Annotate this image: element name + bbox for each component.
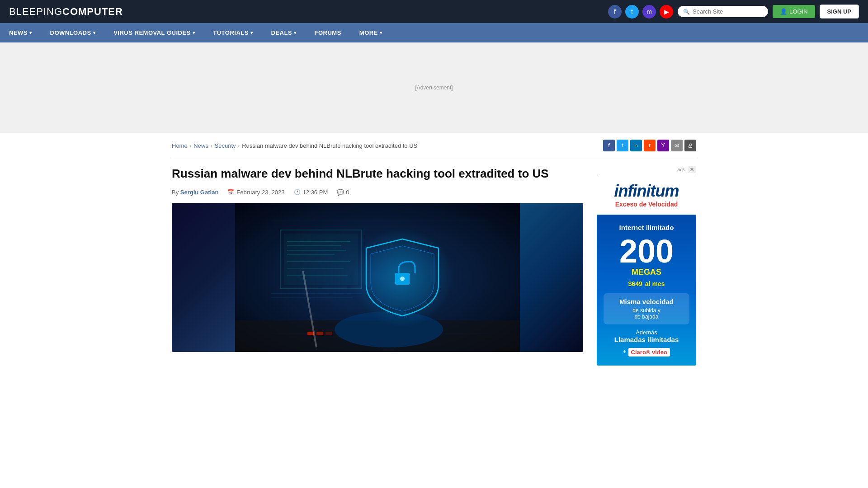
breadcrumb-sep-1: ›	[190, 143, 192, 148]
comment-icon: 💬	[337, 189, 344, 196]
nav-downloads-label: DOWNLOADS	[50, 29, 91, 36]
article-column: Russian malware dev behind NLBrute hacki…	[172, 166, 583, 366]
mastodon-icon[interactable]: m	[642, 5, 656, 19]
ad-placeholder-text: [Advertisement]	[415, 84, 453, 91]
login-label: LOGIN	[789, 8, 807, 15]
ad-speed-desc1: de subida y	[608, 307, 685, 314]
article-image	[172, 203, 583, 352]
breadcrumb-sep-3: ›	[238, 143, 240, 148]
content-wrapper: Home › News › Security › Russian malware…	[163, 133, 705, 372]
ad-speed-box: Misma velocidad de subida y de bajada	[604, 293, 689, 324]
nav-news-label: NEWS	[9, 29, 28, 36]
sidebar-ad: infinitum Exceso de Velocidad Internet i…	[597, 175, 696, 366]
nav-item-forums[interactable]: FORUMS	[306, 23, 350, 42]
nav-more-label: MORE	[359, 29, 378, 36]
nav-news-caret: ▾	[29, 30, 32, 35]
nav-item-downloads[interactable]: DOWNLOADS ▾	[41, 23, 105, 42]
breadcrumb-current: Russian malware dev behind NLBrute hacki…	[242, 142, 417, 149]
date-text: February 23, 2023	[236, 189, 284, 196]
ad-close-button[interactable]: ✕	[688, 166, 696, 173]
cyber-image-svg	[235, 203, 520, 352]
nav-item-tutorials[interactable]: TUTORIALS ▾	[204, 23, 262, 42]
share-print[interactable]: 🖨	[684, 140, 696, 151]
ad-price-value: $649	[628, 280, 642, 287]
claro-badge: Claro® video	[628, 348, 670, 357]
facebook-icon[interactable]: f	[608, 5, 622, 19]
ad-speed-unit: MEGAS	[604, 267, 689, 277]
breadcrumb-security[interactable]: Security	[215, 142, 236, 149]
ad-top-section: infinitum Exceso de Velocidad	[597, 175, 696, 215]
article-by: By Sergiu Gatlan	[172, 189, 218, 196]
article-title: Russian malware dev behind NLBrute hacki…	[172, 166, 583, 182]
nav-deals-caret: ▾	[294, 30, 297, 35]
nav-more-caret: ▾	[380, 30, 382, 35]
main-layout: Russian malware dev behind NLBrute hacki…	[172, 166, 696, 366]
article-meta: By Sergiu Gatlan 📅 February 23, 2023 🕐 1…	[172, 189, 583, 196]
svg-point-14	[353, 228, 452, 327]
share-facebook[interactable]: f	[603, 140, 615, 151]
logo-bold: COMPUTER	[62, 6, 123, 17]
ad-brand: infinitum	[604, 182, 689, 201]
social-icons: f t m ▶	[608, 5, 673, 19]
ad-price: $649 al mes	[604, 277, 689, 289]
search-input[interactable]	[693, 8, 763, 15]
svg-rect-16	[316, 332, 323, 335]
top-ad-banner: [Advertisement]	[0, 42, 868, 133]
ad-price-period: al mes	[645, 280, 665, 287]
share-twitter[interactable]: t	[617, 140, 628, 151]
ad-calls-section: Además Llamadas ilimitadas + Claro® vide…	[604, 329, 689, 357]
site-header: BLEEPINGCOMPUTER f t m ▶ 🔍 👤 LOGIN SIGN …	[0, 0, 868, 23]
ad-bottom-section: Internet ilimitado 200 MEGAS $649 al mes…	[597, 215, 696, 366]
share-reddit[interactable]: r	[644, 140, 656, 151]
ad-calls-text: Llamadas ilimitadas	[604, 336, 689, 343]
search-icon: 🔍	[683, 9, 690, 15]
ad-plus: +	[623, 348, 627, 355]
breadcrumb-sep-2: ›	[211, 143, 212, 148]
share-linkedin[interactable]: in	[630, 140, 642, 151]
by-label: By	[172, 189, 179, 196]
sidebar-column: ads ✕ infinitum Exceso de Velocidad Inte…	[597, 166, 696, 366]
ad-calls-strong: Llamadas ilimitadas	[614, 336, 679, 343]
share-icons: f t in r Y ✉ 🖨	[603, 140, 696, 151]
nav-item-deals[interactable]: DEALS ▾	[262, 23, 305, 42]
main-nav: NEWS ▾ DOWNLOADS ▾ VIRUS REMOVAL GUIDES …	[0, 23, 868, 42]
nav-tutorials-label: TUTORIALS	[213, 29, 249, 36]
article-time: 🕐 12:36 PM	[294, 189, 328, 196]
nav-tutorials-caret: ▾	[250, 30, 253, 35]
nav-item-news[interactable]: NEWS ▾	[0, 23, 41, 42]
youtube-icon[interactable]: ▶	[660, 5, 673, 19]
nav-item-virus[interactable]: VIRUS REMOVAL GUIDES ▾	[104, 23, 204, 42]
ad-ademas: Además	[604, 329, 689, 336]
breadcrumb: Home › News › Security › Russian malware…	[172, 142, 417, 149]
login-icon: 👤	[780, 8, 787, 15]
nav-virus-caret: ▾	[193, 30, 195, 35]
signup-button[interactable]: SIGN UP	[820, 5, 859, 19]
svg-rect-17	[326, 332, 332, 335]
logo-regular: BLEEPING	[9, 6, 62, 17]
search-box: 🔍	[678, 6, 768, 17]
nav-deals-label: DEALS	[271, 29, 292, 36]
nav-forums-label: FORUMS	[315, 29, 341, 36]
article-date: 📅 February 23, 2023	[227, 189, 284, 196]
calendar-icon: 📅	[227, 189, 234, 195]
login-button[interactable]: 👤 LOGIN	[773, 5, 815, 18]
breadcrumb-news[interactable]: News	[193, 142, 208, 149]
comment-count: 0	[346, 189, 349, 196]
ad-plus-claro: + Claro® video	[604, 346, 689, 357]
article-comments[interactable]: 💬 0	[337, 189, 349, 196]
ad-tagline: Exceso de Velocidad	[604, 201, 689, 208]
ad-speed-title: Misma velocidad	[608, 298, 685, 305]
breadcrumb-row: Home › News › Security › Russian malware…	[172, 140, 696, 157]
ad-speed-number: 200	[604, 235, 689, 267]
nav-downloads-caret: ▾	[93, 30, 96, 35]
share-yahoo[interactable]: Y	[657, 140, 669, 151]
twitter-icon[interactable]: t	[625, 5, 639, 19]
author-link[interactable]: Sergiu Gatlan	[180, 189, 219, 196]
breadcrumb-home[interactable]: Home	[172, 142, 188, 149]
site-logo[interactable]: BLEEPINGCOMPUTER	[9, 6, 123, 18]
header-right: f t m ▶ 🔍 👤 LOGIN SIGN UP	[608, 5, 859, 19]
share-email[interactable]: ✉	[671, 140, 683, 151]
nav-item-more[interactable]: MORE ▾	[350, 23, 392, 42]
nav-virus-label: VIRUS REMOVAL GUIDES	[113, 29, 191, 36]
clock-icon: 🕐	[294, 189, 301, 195]
